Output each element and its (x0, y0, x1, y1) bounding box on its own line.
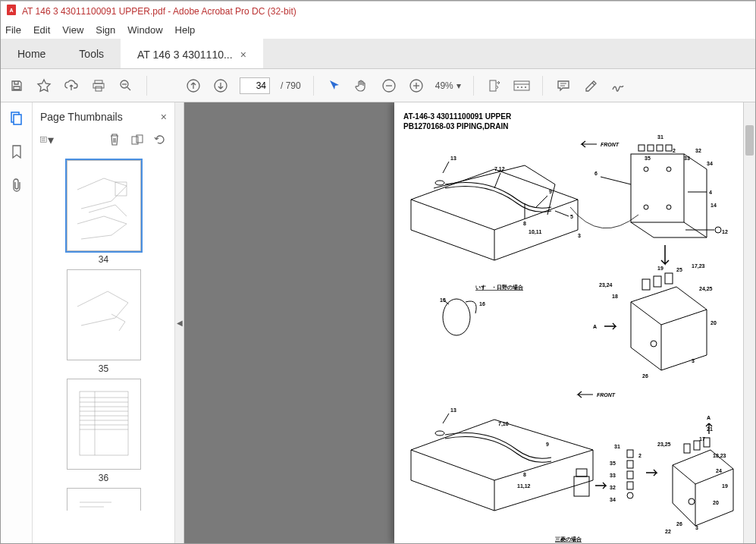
undo-icon[interactable] (153, 133, 167, 146)
zoom-level-dropdown[interactable]: 49%▾ (435, 80, 461, 91)
close-panel-icon[interactable]: × (161, 111, 167, 123)
svg-point-51 (667, 167, 671, 171)
drawing-title-2: PB1270168-03 PIPING,DRAIN (403, 121, 734, 131)
svg-text:26: 26 (676, 521, 682, 527)
svg-text:4: 4 (709, 190, 712, 195)
rotate-page-icon[interactable] (130, 133, 144, 146)
left-navigation-rail (1, 102, 33, 543)
document-viewport[interactable]: AT-146-3 43011100091 UPPER PB1270168-03 … (184, 102, 743, 543)
bookmark-rail-icon[interactable] (8, 143, 25, 160)
highlight-icon[interactable] (582, 77, 599, 94)
svg-point-52 (644, 205, 648, 209)
drawing-title-1: AT-146-3 43011100091 UPPER (403, 112, 734, 121)
svg-point-46 (435, 181, 444, 185)
fit-width-icon[interactable] (486, 77, 503, 94)
svg-point-106 (435, 431, 444, 436)
thumbnail-page-36[interactable]: 36 (67, 379, 141, 483)
hand-pan-icon[interactable] (353, 77, 370, 94)
title-bar: A AT 146 3 43011100091 UPPER.pdf - Adobe… (1, 1, 755, 20)
svg-text:33: 33 (610, 473, 616, 478)
close-tab-icon[interactable]: × (240, 49, 246, 61)
svg-rect-110 (627, 461, 633, 468)
tab-home-label: Home (17, 48, 45, 60)
svg-point-20 (525, 86, 526, 88)
thumbnail-page-34[interactable]: 34 (67, 160, 141, 265)
thumbnail-page-37[interactable] (67, 488, 141, 511)
svg-rect-15 (490, 80, 496, 91)
menu-file[interactable]: File (5, 24, 21, 36)
menu-view[interactable]: View (62, 24, 83, 36)
svg-text:17,23: 17,23 (692, 263, 705, 269)
svg-text:18,23: 18,23 (713, 453, 726, 459)
vertical-scrollbar[interactable] (743, 102, 755, 543)
svg-text:26: 26 (642, 373, 648, 379)
sign-icon[interactable] (610, 77, 626, 94)
zoom-out-magnify-icon[interactable] (118, 77, 134, 94)
print-icon[interactable] (90, 77, 107, 94)
toolbar-separator (542, 76, 543, 96)
menu-help[interactable]: Help (175, 24, 196, 36)
svg-text:A: A (707, 415, 711, 420)
svg-text:5: 5 (570, 214, 573, 219)
svg-text:14: 14 (711, 203, 717, 208)
selection-arrow-icon[interactable] (326, 77, 343, 94)
zoom-out-icon[interactable] (381, 77, 397, 94)
thumbnail-page-35[interactable]: 35 (67, 269, 141, 374)
tab-tools[interactable]: Tools (62, 39, 121, 68)
thumbnails-list[interactable]: 34 35 36 (33, 153, 174, 543)
thumbnails-toolbar: ▾ (33, 127, 174, 153)
attachment-rail-icon[interactable] (8, 177, 25, 193)
svg-text:20: 20 (711, 320, 717, 325)
svg-point-93 (651, 341, 657, 347)
svg-text:23,25: 23,25 (657, 442, 671, 448)
svg-text:35: 35 (610, 461, 616, 466)
menu-edit[interactable]: Edit (33, 24, 50, 36)
zoom-in-icon[interactable] (408, 77, 425, 94)
scrollbar-thumb[interactable] (745, 125, 754, 156)
collapse-arrow-icon: ◀ (177, 319, 183, 327)
page-display-icon[interactable] (513, 77, 530, 94)
page-down-icon[interactable] (212, 77, 229, 94)
page-up-icon[interactable] (185, 77, 202, 94)
save-icon[interactable] (8, 77, 25, 94)
toolbar-separator (146, 76, 147, 96)
comment-icon[interactable] (555, 77, 572, 94)
svg-rect-16 (514, 81, 529, 90)
svg-text:24,25: 24,25 (699, 286, 713, 292)
svg-line-62 (494, 173, 500, 188)
svg-text:24: 24 (716, 468, 722, 473)
menu-window[interactable]: Window (127, 24, 162, 36)
thumbnails-title: Page Thumbnails (40, 111, 123, 123)
svg-text:FRONT: FRONT (597, 392, 616, 398)
pdf-page: AT-146-3 43011100091 UPPER PB1270168-03 … (394, 102, 743, 543)
svg-rect-55 (648, 145, 654, 151)
cloud-upload-icon[interactable] (63, 77, 80, 94)
thumbnail-label: 34 (99, 254, 108, 265)
delete-page-icon[interactable] (108, 133, 121, 146)
tab-document[interactable]: AT 146 3 4301110... × (121, 39, 263, 68)
svg-text:A: A (593, 324, 597, 329)
svg-text:三菱の場合: 三菱の場合 (555, 536, 582, 542)
svg-rect-111 (627, 471, 633, 479)
panel-splitter[interactable]: ◀ (175, 102, 184, 543)
chevron-down-icon: ▾ (456, 80, 461, 91)
svg-text:22: 22 (665, 529, 671, 534)
svg-point-118 (689, 498, 695, 505)
menu-sign[interactable]: Sign (96, 24, 115, 36)
svg-text:23,24: 23,24 (599, 282, 613, 288)
thumb-options-icon[interactable]: ▾ (40, 133, 54, 146)
technical-diagram: FRONT 13 (403, 131, 737, 543)
tab-home[interactable]: Home (1, 39, 62, 68)
svg-text:いすゞ・日野の場合: いすゞ・日野の場合 (475, 285, 523, 291)
svg-rect-112 (627, 482, 633, 489)
svg-point-59 (715, 227, 721, 233)
toolbar-separator (313, 76, 314, 96)
thumbnails-rail-icon[interactable] (8, 110, 25, 127)
svg-point-18 (517, 86, 519, 88)
svg-text:16: 16 (479, 301, 485, 307)
svg-rect-2 (95, 80, 102, 83)
page-number-input[interactable] (240, 77, 270, 94)
svg-text:7,12: 7,12 (494, 166, 505, 172)
svg-text:9: 9 (549, 189, 552, 194)
star-icon[interactable] (36, 77, 52, 94)
